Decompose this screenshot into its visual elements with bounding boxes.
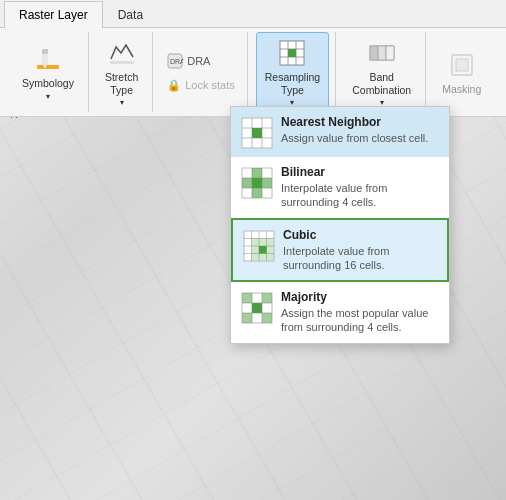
svg-rect-52 — [242, 313, 252, 323]
ribbon: Raster Layer Data Symbology ▾ — [0, 0, 506, 117]
dropdown-item-cubic[interactable]: Cubic Interpolate value from surrounding… — [231, 218, 449, 283]
dra-label: DRA — [187, 55, 210, 67]
resampling-icon — [276, 37, 308, 69]
svg-rect-31 — [242, 178, 252, 188]
tab-data[interactable]: Data — [103, 1, 158, 28]
lock-stats-button: 🔒 Lock stats — [161, 76, 241, 95]
band-icon — [366, 37, 398, 69]
masking-label: Masking — [442, 83, 481, 96]
resampling-type-button[interactable]: ResamplingType ▾ — [256, 32, 329, 112]
dra-icon: DRA — [167, 53, 183, 69]
nearest-neighbor-text: Nearest Neighbor Assign value from close… — [281, 115, 439, 145]
majority-text: Majority Assign the most popular value f… — [281, 290, 439, 335]
ribbon-group-symbology: Symbology ▾ — [8, 32, 89, 112]
band-combination-button[interactable]: BandCombination ▾ — [344, 33, 419, 111]
svg-text:DRA: DRA — [170, 58, 183, 65]
svg-rect-0 — [37, 65, 59, 69]
ribbon-group-masking: Masking — [428, 32, 495, 112]
ribbon-tabs: Raster Layer Data — [0, 0, 506, 28]
ribbon-content: Symbology ▾ StretchType ▾ — [0, 28, 506, 116]
symbology-arrow: ▾ — [46, 92, 50, 101]
resampling-dropdown: Nearest Neighbor Assign value from close… — [230, 106, 450, 344]
stretch-icon — [106, 37, 138, 69]
nearest-neighbor-icon — [241, 117, 273, 149]
tab-raster-layer[interactable]: Raster Layer — [4, 1, 103, 28]
bilinear-title: Bilinear — [281, 165, 439, 179]
svg-rect-34 — [252, 178, 262, 188]
majority-title: Majority — [281, 290, 439, 304]
svg-rect-49 — [242, 293, 252, 303]
stretch-type-button[interactable]: StretchType ▾ — [97, 33, 146, 111]
svg-rect-33 — [252, 188, 262, 198]
svg-rect-50 — [262, 293, 272, 303]
svg-rect-4 — [110, 61, 134, 64]
svg-rect-18 — [456, 59, 468, 71]
dropdown-item-nearest-neighbor[interactable]: Nearest Neighbor Assign value from close… — [231, 107, 449, 157]
masking-button[interactable]: Masking — [434, 45, 489, 100]
cubic-title: Cubic — [283, 228, 437, 242]
symbology-icon — [32, 43, 64, 75]
bilinear-text: Bilinear Interpolate value from surround… — [281, 165, 439, 210]
dropdown-item-majority[interactable]: Majority Assign the most popular value f… — [231, 282, 449, 343]
cubic-text: Cubic Interpolate value from surrounding… — [283, 228, 437, 273]
cubic-desc: Interpolate value from surrounding 16 ce… — [283, 244, 437, 273]
majority-icon — [241, 292, 273, 324]
resampling-label: ResamplingType — [265, 71, 320, 96]
stretch-label: StretchType — [105, 71, 138, 96]
svg-rect-3 — [42, 49, 48, 54]
svg-rect-51 — [252, 303, 262, 313]
majority-desc: Assign the most popular value from surro… — [281, 306, 439, 335]
ribbon-group-dra: DRA DRA 🔒 Lock stats — [155, 32, 248, 112]
masking-icon — [446, 49, 478, 81]
svg-rect-43 — [259, 246, 267, 254]
nearest-neighbor-title: Nearest Neighbor — [281, 115, 439, 129]
cubic-icon — [243, 230, 275, 262]
lock-stats-label: Lock stats — [185, 79, 235, 91]
svg-rect-53 — [262, 313, 272, 323]
band-combination-label: BandCombination — [352, 71, 411, 96]
svg-rect-15 — [378, 46, 386, 60]
nearest-neighbor-desc: Assign value from closest cell. — [281, 131, 439, 145]
svg-rect-30 — [252, 168, 262, 178]
svg-rect-12 — [288, 49, 296, 57]
ribbon-group-band: BandCombination ▾ — [338, 32, 426, 112]
symbology-button[interactable]: Symbology ▾ — [14, 39, 82, 105]
dra-button[interactable]: DRA DRA — [161, 50, 216, 72]
ribbon-group-stretch: StretchType ▾ — [91, 32, 153, 112]
svg-rect-32 — [262, 178, 272, 188]
lock-icon: 🔒 — [167, 79, 181, 92]
bilinear-icon — [241, 167, 273, 199]
svg-rect-16 — [386, 46, 394, 60]
ribbon-group-resampling: ResamplingType ▾ — [250, 32, 336, 112]
svg-rect-24 — [252, 128, 262, 138]
svg-rect-14 — [370, 46, 378, 60]
dropdown-item-bilinear[interactable]: Bilinear Interpolate value from surround… — [231, 157, 449, 218]
bilinear-desc: Interpolate value from surrounding 4 cel… — [281, 181, 439, 210]
stretch-arrow: ▾ — [120, 98, 124, 107]
symbology-label: Symbology — [22, 77, 74, 90]
